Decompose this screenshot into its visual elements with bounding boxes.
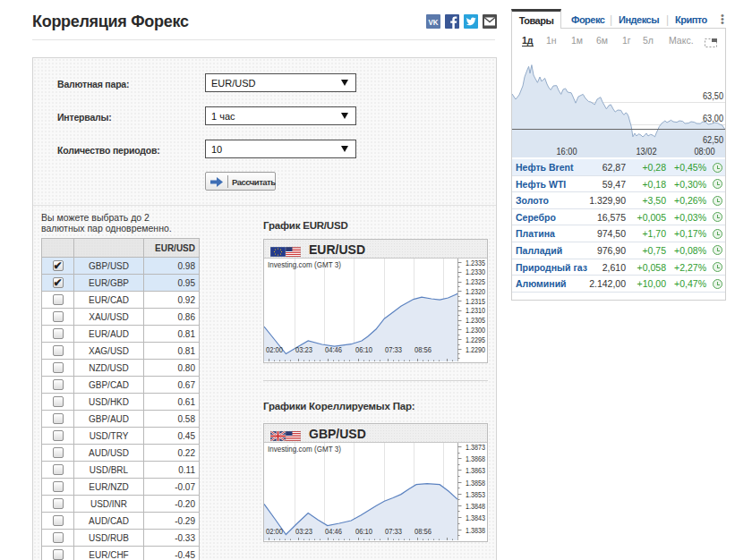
svg-text:1.2310: 1.2310 bbox=[466, 306, 485, 315]
svg-text:1.3863: 1.3863 bbox=[466, 466, 485, 475]
svg-text:07:33: 07:33 bbox=[385, 345, 402, 354]
svg-text:1.2330: 1.2330 bbox=[466, 267, 485, 276]
svg-text:1.2290: 1.2290 bbox=[466, 345, 485, 354]
svg-text:VK: VK bbox=[429, 18, 439, 27]
svg-text:1.2315: 1.2315 bbox=[466, 297, 485, 306]
svg-text:1.2320: 1.2320 bbox=[466, 287, 485, 296]
svg-text:1.2295: 1.2295 bbox=[466, 335, 485, 344]
svg-text:08:56: 08:56 bbox=[414, 527, 432, 536]
svg-text:07:33: 07:33 bbox=[385, 527, 402, 536]
svg-text:04:46: 04:46 bbox=[325, 345, 342, 354]
svg-text:08:56: 08:56 bbox=[414, 345, 432, 354]
svg-text:1.3873: 1.3873 bbox=[466, 443, 485, 452]
svg-text:62,50: 62,50 bbox=[703, 134, 723, 145]
svg-text:Investing.com (GMT 3): Investing.com (GMT 3) bbox=[268, 260, 341, 269]
svg-text:03:23: 03:23 bbox=[295, 345, 312, 354]
svg-text:06:10: 06:10 bbox=[355, 527, 372, 536]
svg-text:1.3858: 1.3858 bbox=[466, 479, 485, 488]
svg-text:13/02: 13/02 bbox=[637, 146, 657, 157]
svg-text:63,00: 63,00 bbox=[703, 113, 723, 123]
svg-text:Investing.com (GMT 3): Investing.com (GMT 3) bbox=[268, 445, 341, 454]
svg-text:1.2325: 1.2325 bbox=[466, 277, 485, 286]
svg-text:1.2335: 1.2335 bbox=[466, 259, 485, 267]
svg-text:02:00: 02:00 bbox=[266, 527, 283, 536]
svg-text:1.3868: 1.3868 bbox=[466, 454, 485, 463]
svg-text:1.3853: 1.3853 bbox=[466, 490, 485, 499]
svg-text:1.2300: 1.2300 bbox=[466, 326, 485, 335]
svg-text:06:10: 06:10 bbox=[355, 345, 372, 354]
svg-text:04:46: 04:46 bbox=[325, 527, 342, 536]
svg-text:1.3848: 1.3848 bbox=[466, 502, 485, 511]
svg-text:02:00: 02:00 bbox=[266, 345, 283, 354]
svg-text:1.2305: 1.2305 bbox=[466, 316, 485, 325]
svg-text:1.3838: 1.3838 bbox=[466, 526, 485, 535]
svg-text:03:23: 03:23 bbox=[295, 527, 312, 536]
svg-text:16:00: 16:00 bbox=[557, 146, 577, 157]
svg-text:1.3843: 1.3843 bbox=[466, 513, 485, 522]
svg-text:63,50: 63,50 bbox=[703, 90, 723, 101]
svg-text:08:00: 08:00 bbox=[695, 146, 715, 157]
